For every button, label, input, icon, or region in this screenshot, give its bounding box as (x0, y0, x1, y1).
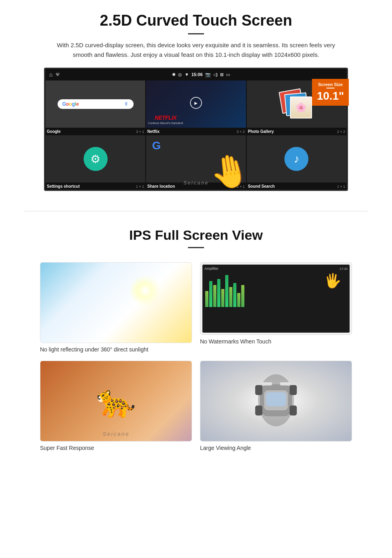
netflix-label: NETFLIX Continue Marvel's Daredevil (148, 114, 183, 124)
svg-rect-5 (290, 385, 297, 395)
svg-rect-6 (255, 405, 262, 415)
svg-rect-4 (255, 385, 262, 395)
amplifier-caption: No Watermarks When Touch (200, 335, 352, 345)
grid-row2: ⚙ G 🤚 ♪ (45, 135, 347, 183)
play-button: ▶ (190, 97, 202, 109)
sunlight-image (40, 262, 192, 343)
sunlight-placeholder (40, 263, 192, 343)
cheetah-placeholder: 🐆 Seicane (40, 361, 192, 441)
google-cell: Google 🎙 (45, 80, 146, 128)
car-svg (248, 368, 304, 432)
car-card: Large Viewing Angle (200, 361, 352, 451)
section-ips: IPS Full Screen View No light reflecting… (0, 223, 392, 467)
amp-placeholder: Amplifier 17:33 (200, 263, 352, 335)
music-icon: ♪ (284, 147, 308, 171)
description: With 2.5D curved-display screen, this de… (56, 40, 336, 60)
amp-bar (221, 289, 224, 307)
screen-mockup: ⌂ Ψ ✱ ◎ ▼ 15:06 📷 ◁) ⊠ ▭ (44, 68, 348, 191)
section-divider (24, 211, 368, 211)
badge-title: Screen Size (317, 82, 344, 87)
google-search-bar: Google 🎙 (58, 99, 134, 109)
section2-underline (188, 247, 204, 248)
svg-rect-8 (262, 382, 272, 385)
amp-title: Amplifier (204, 267, 218, 271)
time-display: 15:06 (191, 72, 202, 77)
image-grid: No light reflecting under 360° direct su… (24, 254, 368, 459)
car-placeholder (200, 361, 352, 441)
settings-label: Settings shortcut 1 × 1 (45, 184, 146, 189)
svg-rect-9 (280, 382, 290, 385)
maps-cell: G 🤚 (146, 135, 246, 183)
status-left: ⌂ Ψ (49, 71, 60, 78)
location-icon: ◎ (178, 72, 182, 77)
amplifier-card: Amplifier 17:33 (200, 262, 352, 353)
cheetah-card: 🐆 Seicane Super Fast Response (40, 361, 192, 451)
signal-icon: ▼ (184, 72, 189, 77)
settings-cell: ⚙ (45, 135, 146, 183)
cheetah-caption: Super Fast Response (40, 442, 192, 451)
cheetah-image: 🐆 Seicane (40, 361, 192, 442)
amp-bar (233, 283, 236, 307)
main-title: 2.5D Curved Touch Screen (24, 12, 368, 29)
settings-icon: ⚙ (84, 147, 108, 171)
badge-size: 10.1" (317, 90, 344, 102)
gear-icon: ⚙ (90, 153, 100, 166)
amp-bar (217, 279, 220, 307)
svg-rect-3 (266, 392, 286, 406)
amp-bar (209, 281, 212, 307)
flower-photo: 🌸 (291, 97, 311, 118)
section2-title: IPS Full Screen View (24, 227, 368, 243)
car-caption: Large Viewing Angle (200, 442, 352, 451)
maps-g-letter: G (152, 139, 161, 152)
usb-icon: Ψ (56, 72, 59, 77)
amp-header: Amplifier 17:33 (204, 267, 348, 271)
sun-glow (129, 275, 161, 307)
amp-bar (205, 291, 208, 307)
screen-display: ⌂ Ψ ✱ ◎ ▼ 15:06 📷 ◁) ⊠ ▭ (44, 68, 348, 191)
hand-gesture: 🤚 (207, 150, 253, 191)
amp-bar (241, 285, 244, 307)
window-icon: ▭ (226, 72, 230, 77)
camera-icon: 📷 (205, 72, 211, 77)
section-curved-screen: 2.5D Curved Touch Screen With 2.5D curve… (0, 0, 392, 199)
netflix-subtitle: Continue Marvel's Daredevil (148, 122, 183, 124)
seicane-watermark: Seicane (103, 431, 130, 437)
amp-screen: Amplifier 17:33 (202, 265, 350, 333)
sound-label-row: Sound Search 1 × 1 (246, 184, 347, 189)
amp-bar (225, 275, 228, 307)
amp-time: 17:33 (340, 267, 348, 271)
title-underline (188, 33, 204, 34)
netflix-background: ▶ NETFLIX Continue Marvel's Daredevil (146, 80, 246, 128)
home-icon: ⌂ (49, 71, 52, 78)
sunlight-card: No light reflecting under 360° direct su… (40, 262, 192, 353)
screen-size-badge: Screen Size 10.1" (312, 79, 349, 106)
netflix-brand: NETFLIX (155, 114, 177, 121)
badge-underline (326, 88, 334, 88)
amp-bar (229, 287, 232, 307)
grid-label-row2: Settings shortcut 1 × 1 Share location 1… (45, 183, 347, 190)
amp-bar (237, 293, 240, 307)
cheetah-icon: 🐆 (96, 382, 136, 420)
grid-row1: Google 🎙 ▶ NETFLIX Continue Marvel (45, 80, 347, 128)
music-note-icon: ♪ (294, 153, 299, 165)
google-label: Google 3 × 1 (45, 129, 146, 134)
status-bar: ⌂ Ψ ✱ ◎ ▼ 15:06 📷 ◁) ⊠ ▭ (45, 69, 347, 80)
svg-rect-7 (290, 405, 297, 415)
battery-icon: ⊠ (220, 72, 224, 77)
music-cell: ♪ (246, 135, 347, 183)
status-center: ✱ ◎ ▼ 15:06 📷 ◁) ⊠ ▭ (60, 72, 343, 77)
google-logo: Google (62, 101, 79, 107)
mic-icon: 🎙 (124, 101, 129, 107)
photo-stack: 🌸 (280, 90, 312, 118)
amplifier-image: Amplifier 17:33 (200, 262, 352, 335)
sunlight-caption: No light reflecting under 360° direct su… (40, 343, 192, 353)
car-image (200, 361, 352, 442)
netflix-label-row: Netflix 3 × 2 (146, 129, 246, 134)
volume-icon: ◁) (213, 72, 218, 77)
car-top-view (248, 368, 304, 434)
amp-bar (213, 285, 216, 307)
photo-card-3: 🌸 (290, 96, 312, 118)
gallery-label-row: Photo Gallery 2 × 2 (246, 129, 347, 134)
grid-label-row1: Google 3 × 1 Netflix 3 × 2 Photo Gallery… (45, 128, 347, 135)
amp-hand-icon: 🖐 (324, 273, 342, 289)
